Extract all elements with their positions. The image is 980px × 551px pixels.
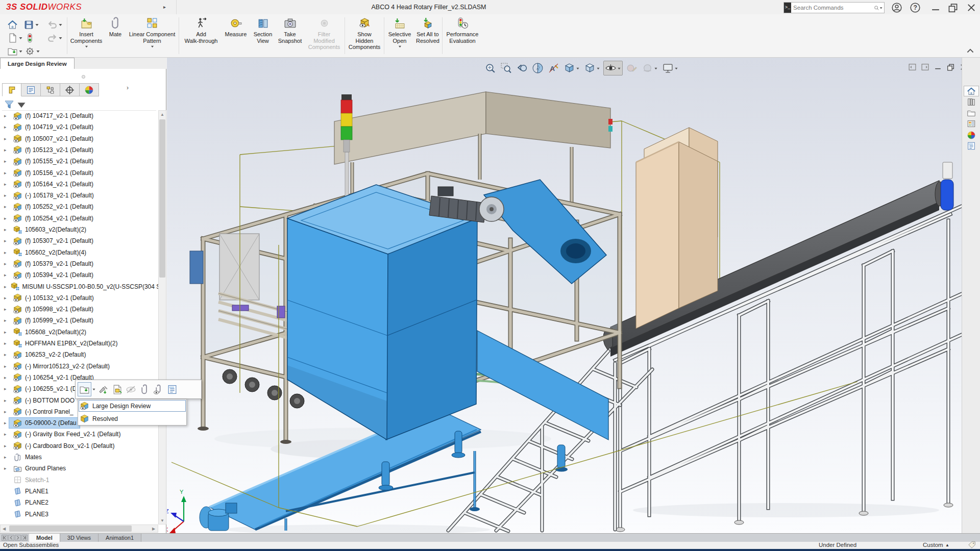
tree-item[interactable]: ▸(f) 105156_v2-1 (Default) xyxy=(0,167,158,179)
tree-item[interactable]: ▸(-) 105132_v2-1 (Default) xyxy=(0,292,158,304)
fm-tab-fm-tree[interactable] xyxy=(2,83,21,96)
minimize-button[interactable] xyxy=(930,2,941,13)
ctx-comp-props-button[interactable] xyxy=(110,382,124,396)
pane-collapse-right-icon[interactable] xyxy=(921,63,929,71)
search-input[interactable] xyxy=(791,5,874,11)
search-icon[interactable] xyxy=(874,4,879,12)
ribbon-section-view-button[interactable]: SectionView xyxy=(251,16,275,57)
expand-arrow-icon[interactable]: ▸ xyxy=(4,295,9,300)
fm-tabs-overflow-icon[interactable]: › xyxy=(127,84,129,91)
fm-tab-fm-dimxpert[interactable] xyxy=(60,83,80,96)
tree-item[interactable]: ▸(-) Gravity Box Feed_v2-1 (Default) xyxy=(0,429,158,440)
side-device-blue[interactable] xyxy=(190,251,203,284)
tree-item[interactable]: ▸(-) 105178_v2-1 (Default) xyxy=(0,190,158,201)
ribbon-measure-button[interactable]: Measure xyxy=(222,16,250,57)
menu-expand-arrow-icon[interactable]: ▸ xyxy=(163,4,168,11)
qat-redo-button[interactable] xyxy=(47,33,63,43)
doc-minimize-icon[interactable] xyxy=(934,63,942,71)
tree-item[interactable]: ▸(-) Mirror105123_v2-2 (Default) xyxy=(0,361,158,372)
ctx-open-dropdown-icon[interactable] xyxy=(91,383,96,396)
expand-arrow-icon[interactable]: ▸ xyxy=(4,420,9,425)
tree-item[interactable]: ▸(f) 105252_v2-1 (Default) xyxy=(0,201,158,212)
ribbon-performance-button[interactable]: PerformanceEvaluation xyxy=(444,16,481,57)
first-tab-icon[interactable] xyxy=(2,535,8,541)
configuration-caret-icon[interactable]: ▲ xyxy=(945,543,949,547)
headsup-hu-eye-button[interactable] xyxy=(603,61,623,76)
tree-item[interactable]: ▸Ground Planes xyxy=(0,463,158,474)
tree-item[interactable]: ▸(f) 105164_v2-1 (Default) xyxy=(0,179,158,190)
tree-item[interactable]: ▸Mates xyxy=(0,452,158,463)
expand-arrow-icon[interactable]: ▸ xyxy=(4,182,9,187)
headsup-hu-orient-button[interactable] xyxy=(562,61,581,75)
close-button[interactable] xyxy=(966,2,977,13)
tree-item[interactable]: ▸(f) 105394_v2-1 (Default) xyxy=(0,269,158,281)
ctx-open-doc-button[interactable] xyxy=(78,382,91,396)
3d-scene[interactable]: Y X Z xyxy=(167,58,962,533)
qat-save-button[interactable] xyxy=(23,19,39,30)
doc-tab-animation1[interactable]: Animation1 xyxy=(99,534,141,542)
ribbon-show-hidden-button[interactable]: ShowHiddenComponents xyxy=(346,16,383,57)
expand-arrow-icon[interactable]: ▸ xyxy=(4,341,9,346)
expand-arrow-icon[interactable]: ▸ xyxy=(4,318,9,323)
tree-item[interactable]: ▸(f) 105254_v2-1 (Default) xyxy=(0,213,158,224)
tree-item[interactable]: Sketch-1 xyxy=(0,474,158,486)
end-motor-blue[interactable] xyxy=(941,180,953,210)
expand-arrow-icon[interactable]: ▸ xyxy=(4,216,9,221)
taskpane-tp-appearance-button[interactable] xyxy=(964,130,979,140)
ribbon-linear-pattern-button[interactable]: Linear ComponentPattern xyxy=(128,16,177,57)
expand-arrow-icon[interactable]: ▸ xyxy=(4,227,9,232)
headsup-hu-prev-button[interactable] xyxy=(515,61,529,75)
ribbon-take-snapshot-button[interactable]: TakeSnapshot xyxy=(276,16,304,57)
help-button[interactable]: ? xyxy=(910,2,921,13)
expand-arrow-icon[interactable]: ▸ xyxy=(4,443,9,448)
tree-item[interactable]: ▸106253_v2-2 (Default) xyxy=(0,349,158,360)
next-tab-icon[interactable] xyxy=(15,535,21,541)
qat-home-button[interactable] xyxy=(7,19,18,30)
headsup-hu-annot-button[interactable]: A xyxy=(547,61,560,75)
tree-item[interactable]: PLANE2 xyxy=(0,497,158,508)
scroll-left-icon[interactable]: ◀ xyxy=(1,525,8,532)
taskpane-tp-library-button[interactable] xyxy=(964,97,979,108)
expand-arrow-icon[interactable]: ▸ xyxy=(4,113,9,118)
ribbon-mate-button[interactable]: Mate xyxy=(104,16,127,57)
expand-arrow-icon[interactable]: ▸ xyxy=(4,409,9,414)
tree-item[interactable]: ▸105602_v2(Default)(4) xyxy=(0,247,158,258)
headsup-hu-display-button[interactable] xyxy=(583,61,601,75)
scroll-right-icon[interactable]: ▶ xyxy=(150,525,157,532)
tree-vscroll-thumb[interactable] xyxy=(159,119,165,278)
tree-item[interactable]: ▸(f) 105123_v2-1 (Default) xyxy=(0,144,158,156)
tree-item[interactable]: ▸105608_v2(Default)(2) xyxy=(0,327,158,338)
tag-icon[interactable] xyxy=(968,541,976,549)
taskpane-tp-folder-button[interactable] xyxy=(964,108,979,118)
filter-icon[interactable] xyxy=(4,99,14,110)
context-menu-item-resolved[interactable]: Resolved xyxy=(78,412,186,425)
tree-item[interactable]: ▸(-) Cardboard Box_v2-1 (Default) xyxy=(0,440,158,452)
expand-arrow-icon[interactable]: ▸ xyxy=(4,136,9,141)
search-dropdown-icon[interactable] xyxy=(879,6,883,10)
taskpane-tp-props-button[interactable] xyxy=(964,141,979,152)
qat-traffic-light-button[interactable] xyxy=(24,33,35,43)
pane-collapse-left-icon[interactable] xyxy=(908,63,917,71)
fm-tab-fm-config[interactable] xyxy=(41,83,60,96)
tree-item[interactable]: ▸105603_v2(Default)(2) xyxy=(0,224,158,235)
scroll-up-icon[interactable]: ▲ xyxy=(159,111,166,118)
qat-undo-button[interactable] xyxy=(47,19,63,30)
expand-arrow-icon[interactable]: ▸ xyxy=(4,147,9,153)
tree-item[interactable]: ▸(f) 104717_v2-1 (Default) xyxy=(0,110,158,121)
expand-arrow-icon[interactable]: ▸ xyxy=(4,364,9,369)
taskpane-tp-palette-button[interactable] xyxy=(964,119,979,130)
qat-new-doc-button[interactable] xyxy=(7,33,23,43)
qat-gear-button[interactable] xyxy=(24,46,40,57)
previous-tab-icon[interactable] xyxy=(8,535,14,541)
expand-arrow-icon[interactable]: ▸ xyxy=(4,272,9,278)
tree-item[interactable]: ▸(f) 105379_v2-1 (Default) xyxy=(0,258,158,269)
expand-arrow-icon[interactable]: ▸ xyxy=(4,124,9,130)
tree-item[interactable]: ▸(f) 105999_v2-1 (Default) xyxy=(0,315,158,326)
ctx-set-resolved-ctx-button[interactable] xyxy=(96,382,110,396)
filter-dropdown-icon[interactable] xyxy=(16,99,27,110)
expand-arrow-icon[interactable]: ▸ xyxy=(4,432,9,437)
headsup-hu-zoomarea-button[interactable] xyxy=(499,61,513,75)
expand-arrow-icon[interactable]: ▸ xyxy=(4,386,9,391)
ribbon-selective-open-button[interactable]: SelectiveOpen xyxy=(386,16,413,57)
tab-large-design-review[interactable]: Large Design Review xyxy=(0,58,75,69)
